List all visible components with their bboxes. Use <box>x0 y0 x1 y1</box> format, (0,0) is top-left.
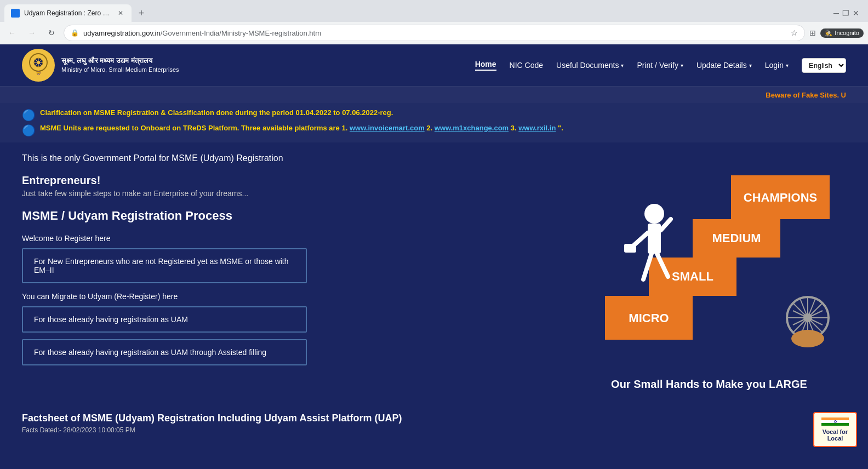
svg-point-8 <box>644 204 664 224</box>
nav-login[interactable]: Login ▾ <box>765 61 789 70</box>
emblem-svg: 🦁 <box>25 52 52 79</box>
medium-label: MEDIUM <box>712 231 761 245</box>
nav-print-verify[interactable]: Print / Verify ▾ <box>637 61 683 70</box>
logo-text: सूक्ष्म, लघु और मध्यम उद्यम मंत्रालय Min… <box>61 56 179 75</box>
announcement-2-text: MSME Units are requested to Onboard on T… <box>40 124 563 132</box>
nav-useful-documents[interactable]: Useful Documents ▾ <box>556 61 624 70</box>
site-logo: 🦁 सूक्ष्म, लघु और मध्यम उद्यम मंत्रालय M… <box>22 49 179 82</box>
minimize-button[interactable]: ─ <box>833 9 839 18</box>
website-content: 🦁 सूक्ष्म, लघु और मध्यम उद्यम मंत्रालय M… <box>0 44 868 469</box>
url-display: udyamregistration.gov.in/Government-Indi… <box>83 29 786 37</box>
champions-label: CHAMPIONS <box>744 191 817 204</box>
new-entrepreneurs-button[interactable]: For New Entrepreneurs who are not Regist… <box>22 248 307 283</box>
process-title: MSME / Udyam Registration Process <box>22 209 550 223</box>
security-lock-icon: 🔒 <box>71 29 79 37</box>
hand <box>791 330 824 347</box>
portal-title: This is the only Government Portal for M… <box>22 153 550 163</box>
close-button[interactable]: ✕ <box>853 9 859 18</box>
url-path: /Government-India/Ministry-MSME-registra… <box>161 29 321 37</box>
svg-line-12 <box>661 219 671 230</box>
logo-english: Ministry of Micro, Small Medium Enterpri… <box>61 66 179 74</box>
incognito-label: Incognito <box>835 30 859 36</box>
nav-update-details[interactable]: Update Details ▾ <box>696 61 752 70</box>
extensions-icon[interactable]: ⊞ <box>809 28 816 37</box>
incognito-icon: 🕵 <box>825 30 832 37</box>
new-tab-button[interactable]: + <box>134 5 149 21</box>
emblem-icon: 🦁 <box>22 49 55 82</box>
incognito-badge: 🕵 Incognito <box>820 28 864 38</box>
announcement-1-icon: 🔵 <box>22 108 36 122</box>
forward-button[interactable]: → <box>24 25 39 41</box>
register-label: Welcome to Register here <box>22 234 550 243</box>
rxil-link[interactable]: www.rxil.in <box>518 124 556 132</box>
browser-chrome: Udyam Registration : Zero cost, ✕ + ─ ❐ … <box>0 0 868 44</box>
fake-sites-bar: Beware of Fake Sites. U <box>0 87 868 103</box>
tab-title: Udyam Registration : Zero cost, <box>24 9 112 17</box>
invoicemart-link[interactable]: www.invoicemart.com <box>350 124 425 132</box>
factsheet-section: Factsheet of MSME (Udyam) Registration I… <box>0 402 868 439</box>
main-content: This is the only Government Portal for M… <box>0 142 868 402</box>
address-bar-row: ← → ↻ 🔒 udyamregistration.gov.in/Governm… <box>0 22 868 44</box>
useful-documents-chevron-icon: ▾ <box>621 62 624 68</box>
uam-migrate-button[interactable]: For those already having registration as… <box>22 306 307 333</box>
announcement-2: 🔵 MSME Units are requested to Onboard on… <box>22 124 846 137</box>
restore-button[interactable]: ❐ <box>842 9 849 18</box>
reload-button[interactable]: ↻ <box>44 25 59 41</box>
person-figure <box>624 204 671 279</box>
tab-favicon <box>11 9 20 18</box>
active-tab[interactable]: Udyam Registration : Zero cost, ✕ <box>4 4 132 22</box>
logo-hindi: सूक्ष्म, लघु और मध्यम उद्यम मंत्रालय <box>61 56 179 66</box>
vocal-line2: Local <box>821 435 849 442</box>
svg-text:🦁: 🦁 <box>36 71 41 76</box>
svg-rect-9 <box>648 224 661 254</box>
small-label: SMALL <box>672 270 713 283</box>
announcements-section: 🔵 Clarification on MSME Registration & C… <box>0 103 868 142</box>
m1xchange-link[interactable]: www.m1xchange.com <box>435 124 509 132</box>
tricolor-icon <box>821 417 849 426</box>
left-column: This is the only Government Portal for M… <box>22 153 550 391</box>
tab-close-button[interactable]: ✕ <box>116 9 125 18</box>
print-verify-chevron-icon: ▾ <box>681 62 683 68</box>
back-button[interactable]: ← <box>4 25 20 41</box>
update-details-chevron-icon: ▾ <box>749 62 752 68</box>
tagline: Our Small Hands to Make you LARGE <box>572 378 846 391</box>
announcement-1-text: Clarification on MSME Registration & Cla… <box>40 108 393 117</box>
factsheet-date: Facts Dated:- 28/02/2023 10:00:05 PM <box>22 426 846 434</box>
svg-rect-11 <box>624 244 636 253</box>
announcement-1: 🔵 Clarification on MSME Registration & C… <box>22 108 846 122</box>
url-domain: udyamregistration.gov.in <box>83 29 161 37</box>
nav-links: Home NIC Code Useful Documents ▾ Print /… <box>475 58 846 73</box>
browser-toolbar-right: ⊞ 🕵 Incognito <box>809 28 864 38</box>
factsheet-title: Factsheet of MSME (Udyam) Registration I… <box>22 413 846 424</box>
migrate-label: You can Migrate to Udyam (Re-Register) h… <box>22 292 550 301</box>
uam-assisted-button[interactable]: For those already having registration as… <box>22 339 307 365</box>
nav-home[interactable]: Home <box>475 60 496 71</box>
announcement-2-icon: 🔵 <box>22 124 36 137</box>
entrepreneurs-subtitle: Just take few simple steps to make an En… <box>22 189 550 198</box>
nav-header: 🦁 सूक्ष्म, लघु और मध्यम उद्यम मंत्रालय M… <box>0 44 868 87</box>
tab-bar: Udyam Registration : Zero cost, ✕ + ─ ❐ … <box>0 0 868 22</box>
nav-nic-code[interactable]: NIC Code <box>510 61 543 70</box>
address-bar[interactable]: 🔒 udyamregistration.gov.in/Government-In… <box>64 25 805 41</box>
vocal-line1: Vocal for <box>821 428 849 435</box>
entrepreneurs-title: Entrepreneurs! <box>22 174 550 187</box>
bookmark-icon[interactable]: ☆ <box>791 28 798 37</box>
vocal-for-local-badge: Vocal for Local <box>813 412 857 447</box>
right-column: MICRO SMALL MEDIUM CHAMPIONS <box>572 153 846 391</box>
staircase-graphic: MICRO SMALL MEDIUM CHAMPIONS <box>572 153 846 373</box>
micro-label: MICRO <box>629 311 669 325</box>
login-chevron-icon: ▾ <box>786 62 789 68</box>
staircase-svg: MICRO SMALL MEDIUM CHAMPIONS <box>572 153 835 362</box>
language-selector[interactable]: English Hindi <box>802 58 846 73</box>
fake-sites-warning: Beware of Fake Sites. U <box>766 91 846 99</box>
